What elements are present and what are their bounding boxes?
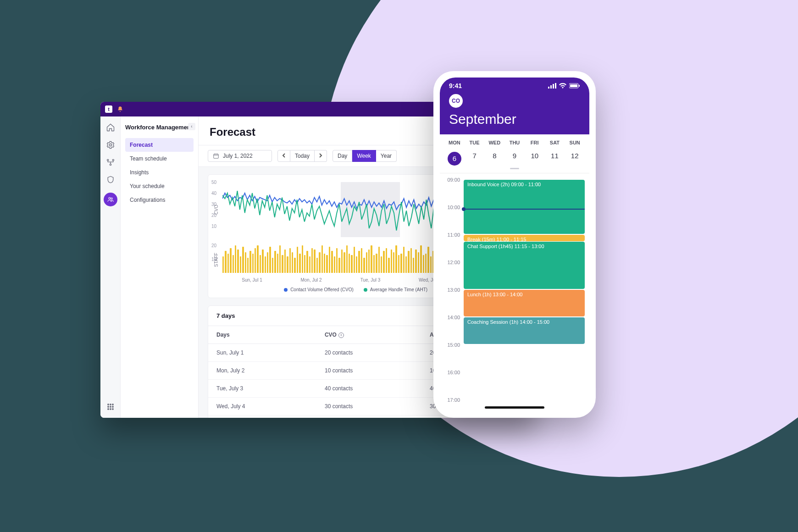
wifi-icon <box>559 83 566 89</box>
home-icon[interactable] <box>106 123 115 132</box>
dow-label: WED <box>484 140 504 145</box>
date-cell[interactable]: 8 <box>484 149 504 168</box>
hour-label: 10:00 <box>440 205 464 232</box>
hour-label: 09:00 <box>440 177 464 205</box>
sidebar-item-your-schedule[interactable]: Your schedule <box>125 179 194 193</box>
date-cell[interactable]: 7 <box>465 149 485 168</box>
svg-point-0 <box>109 144 111 146</box>
collapse-sidebar-button[interactable]: ‹ <box>188 123 195 130</box>
date-cell[interactable]: 6 <box>444 149 465 168</box>
svg-rect-18 <box>550 85 552 89</box>
avatar[interactable]: CO <box>449 94 463 108</box>
date-cell[interactable]: 10 <box>525 149 545 168</box>
svg-rect-17 <box>548 87 549 89</box>
week-bar: MONTUEWEDTHUFRISATSUN 6789101112 <box>440 134 589 173</box>
hour-label: 13:00 <box>440 287 464 315</box>
svg-rect-23 <box>579 85 580 87</box>
date-picker-value: July 1, 2022 <box>223 153 253 159</box>
app-logo: t <box>105 105 112 113</box>
agenda-event[interactable]: Inbound Voice (2h) 09:00 - 11:00 <box>464 180 585 234</box>
date-cell[interactable]: 9 <box>504 149 525 168</box>
range-year-button[interactable]: Year <box>376 150 397 162</box>
svg-point-2 <box>112 159 114 161</box>
shield-icon[interactable] <box>106 175 115 184</box>
flow-icon[interactable] <box>106 158 115 167</box>
today-button[interactable]: Today <box>290 150 315 162</box>
x-axis-label: Sun, Jul 1 <box>222 277 282 283</box>
svg-point-8 <box>112 404 113 405</box>
phone-screen: 9:41 CO September MONTUEWEDTHUFRISATSUN … <box>440 78 589 411</box>
hour-label: 16:00 <box>440 370 464 397</box>
hour-label: 15:00 <box>440 342 464 370</box>
dow-label: FRI <box>525 140 545 145</box>
agenda-event[interactable]: Coaching Session (1h) 14:00 - 15:00 <box>464 317 585 344</box>
svg-point-1 <box>107 159 108 161</box>
range-day-button[interactable]: Day <box>332 150 352 162</box>
svg-point-3 <box>110 164 111 165</box>
sidebar-item-team-schedule[interactable]: Team schedule <box>125 152 194 166</box>
agenda-event[interactable]: Chat Support (1h45) 11:15 - 13:00 <box>464 242 585 289</box>
home-indicator[interactable] <box>485 406 544 409</box>
dow-label: SUN <box>565 140 585 145</box>
hour-label: 12:00 <box>440 260 464 287</box>
range-segment: DayWeekYear <box>332 150 397 162</box>
svg-rect-20 <box>555 83 556 89</box>
prev-button[interactable] <box>277 150 290 162</box>
gear-icon[interactable] <box>106 140 115 150</box>
svg-point-12 <box>107 409 109 410</box>
apps-grid-icon[interactable] <box>106 402 115 411</box>
battery-icon <box>569 83 580 89</box>
svg-point-9 <box>107 406 109 408</box>
svg-point-14 <box>112 409 113 410</box>
svg-point-11 <box>112 406 113 408</box>
side-nav-title: Workforce Management <box>125 124 194 132</box>
next-button[interactable] <box>315 150 327 162</box>
legend-cvo: Contact Volume Offered (CVO) <box>290 287 354 292</box>
dow-label: SAT <box>545 140 565 145</box>
svg-point-13 <box>110 409 111 410</box>
svg-point-6 <box>107 404 109 405</box>
signal-icon <box>548 83 556 89</box>
date-cell[interactable]: 11 <box>545 149 565 168</box>
hour-label: 11:00 <box>440 232 464 260</box>
month-title: September <box>449 111 580 127</box>
hour-label: 14:00 <box>440 315 464 342</box>
svg-point-7 <box>110 404 111 405</box>
phone-clock: 9:41 <box>449 82 462 89</box>
sidebar-item-insights[interactable]: Insights <box>125 166 194 179</box>
legend-aht: Average Handle Time (AHT) <box>370 287 427 292</box>
col-days: Days <box>208 326 316 344</box>
phone-status-bar: 9:41 <box>440 78 589 91</box>
info-icon[interactable]: i <box>338 332 344 338</box>
svg-rect-19 <box>553 84 554 89</box>
x-axis-label: Mon, Jul 2 <box>282 277 341 283</box>
current-time-indicator <box>464 209 585 210</box>
notifications-icon[interactable] <box>117 106 123 112</box>
sidebar-item-forecast[interactable]: Forecast <box>125 138 194 152</box>
wfm-icon[interactable] <box>104 193 117 206</box>
hour-label: 17:00 <box>440 397 464 411</box>
x-axis-label: Tue, Jul 3 <box>341 277 400 283</box>
phone-frame: 9:41 CO September MONTUEWEDTHUFRISATSUN … <box>433 71 596 418</box>
svg-point-10 <box>110 406 111 408</box>
sidebar-item-configurations[interactable]: Configurations <box>125 193 194 207</box>
side-nav: Workforce Management ‹ ForecastTeam sche… <box>121 116 199 418</box>
date-nav-group: Today <box>277 150 327 162</box>
agenda[interactable]: 09:0010:0011:0012:0013:0014:0015:0016:00… <box>440 173 589 411</box>
range-week-button[interactable]: Week <box>352 150 376 162</box>
date-picker[interactable]: July 1, 2022 <box>208 150 272 162</box>
svg-rect-22 <box>570 84 577 87</box>
col-cvo: CVOi <box>316 326 421 344</box>
agenda-event[interactable]: Lunch (1h) 13:00 - 14:00 <box>464 290 585 316</box>
date-cell[interactable]: 12 <box>565 149 585 168</box>
icon-rail <box>100 116 121 418</box>
svg-rect-15 <box>214 154 219 158</box>
dow-label: THU <box>504 140 525 145</box>
svg-point-5 <box>111 198 112 199</box>
dow-label: MON <box>444 140 465 145</box>
agenda-event[interactable]: Break (15m) 11:00 - 11:15 <box>464 235 585 241</box>
dow-label: TUE <box>465 140 485 145</box>
svg-point-4 <box>109 197 111 199</box>
